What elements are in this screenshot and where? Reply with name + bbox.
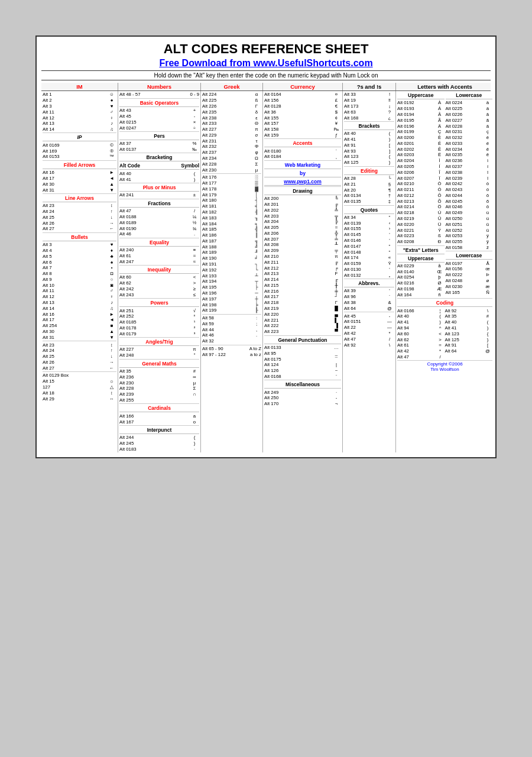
alt0234-row: Alt 0234ê — [446, 146, 493, 152]
alt12b-row: Alt 12♀ — [43, 294, 116, 300]
alt32-row: Alt 32 — [202, 338, 261, 344]
alt93-row: Alt 93] — [344, 148, 394, 154]
col-hdr-accents: Letters with Accents — [396, 83, 494, 90]
col-hdr-qs: ?s and !s — [343, 83, 396, 90]
alt16b-row: Alt 16► — [43, 311, 116, 317]
alt0254-row: Alt 0254þ — [397, 274, 445, 280]
alt0198-row: Alt 0198Æ — [397, 286, 445, 292]
alt0190-row: Alt 0190¾ — [119, 225, 199, 231]
alt0249-row: Alt 0249ù — [446, 210, 493, 216]
alt22-row: Alt 22— — [344, 325, 394, 331]
alt0196-row: Alt 0196Ä — [397, 123, 445, 129]
alt94-row: Alt 94^ — [397, 325, 445, 331]
main-title: ALT CODES REFERENCE SHEET — [41, 41, 491, 57]
alt211-row: Alt 211╔ — [264, 259, 341, 265]
alt46-row: Alt 46. — [119, 231, 199, 237]
alt236-row: Alt 236∞ — [119, 374, 199, 380]
alt214-row: Alt 214╓ — [264, 277, 341, 283]
alt45-row: Alt 45- — [119, 114, 199, 119]
alt0245-row: Alt 0245õ — [446, 198, 493, 204]
alt0169-row: Alt 0169© — [43, 142, 116, 148]
inequality-header: Inequality — [119, 266, 199, 274]
alt0213-row: Alt 0213Õ — [397, 198, 445, 204]
alt0166-row: Alt 0166¦ — [397, 308, 445, 313]
alt166-row: Alt 166a — [119, 413, 199, 419]
alt218-row: Alt 218Γ — [264, 300, 341, 306]
line-arrows-header: Line Arrows — [43, 195, 116, 202]
alt227-row: Alt 227π — [119, 347, 199, 352]
alt0250-row: Alt 0250ú — [446, 216, 493, 222]
alt0202-row: Alt 0202Ê — [397, 146, 445, 152]
alt0129-row: Alt 0129 Box — [43, 373, 116, 378]
col-hdr-numbers: Numbers — [118, 83, 201, 90]
alt9-row: Alt 9○ — [43, 277, 116, 283]
alt60c-row: Alt 60< — [397, 331, 445, 337]
alt231-row: Alt 231τ — [202, 138, 261, 144]
alt30b-row: Alt 30▲ — [43, 329, 116, 335]
alt0156-row: Alt 0156œ — [446, 266, 493, 272]
bullets-header: Bullets — [43, 234, 116, 241]
alt48-row: Alt 48 - 570 - 9 — [119, 92, 199, 98]
alt33-row: Alt 33! — [344, 92, 394, 98]
alt0227-row: Alt 0227ã — [446, 117, 493, 123]
alt64-row: Alt 64@ — [344, 305, 394, 311]
alt0211-row: Alt 0211Ó — [397, 187, 445, 193]
extra-uppercase-label: "Extra" Letters — [397, 247, 445, 254]
alt0193-row: Alt 0193Á — [397, 106, 445, 112]
alt0140-row: Alt 0140Œ — [397, 268, 445, 274]
reference-sheet: ALT CODES REFERENCE SHEET Free Download … — [35, 35, 497, 458]
alt27-row: Alt 27← — [43, 226, 116, 232]
alt0147-row: Alt 0147" — [344, 243, 394, 249]
alt255-row: Alt 255 — [119, 397, 199, 403]
extra-lowercase-col: Lowercase — [446, 252, 493, 260]
alt0179-row: Alt 0179³ — [119, 331, 199, 337]
alt25b-row: Alt 25↓ — [43, 354, 116, 360]
alt235-row: Alt 235δ — [202, 109, 261, 115]
alt195-row: Alt 195├ — [202, 284, 261, 290]
alt95-row: Alt 95_ — [264, 350, 341, 356]
alt0225-row: Alt 0225á — [446, 106, 493, 112]
alt124-row: Alt 124| — [264, 362, 341, 368]
alt202-row: Alt 202╩ — [264, 207, 341, 213]
alt0252-row: Alt 0252ü — [446, 227, 493, 233]
alt188-row: Alt 188╝ — [202, 244, 261, 250]
alt247-row: Alt 247≈ — [119, 258, 199, 264]
alt59-row: Alt 59; — [202, 321, 261, 326]
alt17-row: Alt 17◄ — [43, 176, 116, 182]
alt201-row: Alt 201╔ — [264, 202, 341, 208]
alt14-row: Alt 14♫ — [43, 127, 116, 132]
alt27b-row: Alt 27← — [43, 365, 116, 371]
alt6-row: Alt 6♠ — [43, 259, 116, 265]
alt199-row: Alt 199╟ — [202, 308, 261, 313]
alt248-row: Alt 248° — [119, 352, 199, 358]
alt0205-row: Alt 0205Í — [397, 164, 445, 170]
alt0226-row: Alt 0226â — [446, 112, 493, 118]
ip-header: IP — [43, 134, 116, 141]
alt0223-row: Alt 0223ß — [397, 233, 445, 239]
alt0168-row: Alt 0168¨ — [264, 373, 341, 379]
alt0184-row: Alt 0184¸ — [264, 154, 341, 160]
alt0180-row: Alt 0180´ — [264, 148, 341, 154]
genpunct-header: General Punctuation — [264, 337, 341, 344]
alt123c-row: Alt 123{ — [445, 331, 493, 337]
alt176-row: Alt 176░ — [202, 174, 261, 180]
alt244-row: Alt 244{ — [119, 435, 199, 441]
alt0253-row: Alt 0253ý — [446, 233, 493, 239]
alt0185-row: Alt 0185¹ — [119, 319, 199, 325]
alt233-row: Alt 233Θ — [202, 121, 261, 127]
alt242-row: Alt 242≥ — [119, 286, 199, 292]
alt0135-row: Alt 0135‡ — [344, 199, 394, 205]
pwp1-header: www.pwp1.com — [264, 178, 341, 186]
alt226-row: Alt 226Γ — [202, 103, 261, 109]
alt0139-row: Alt 0139‹ — [344, 220, 394, 226]
alt228b-row: Alt 228Σ — [202, 161, 261, 167]
basic-ops-header: Basic Operators — [119, 99, 199, 107]
alt206-row: Alt 206╬ — [264, 231, 341, 237]
alt0219-row: Alt 0219Û — [397, 216, 445, 222]
alt0178-row: Alt 0178² — [119, 325, 199, 331]
alt0236-row: Alt 0236ì — [446, 158, 493, 164]
alt14b-row: Alt 14♫ — [43, 305, 116, 311]
alt91c-row: Alt 91[ — [445, 342, 493, 348]
alt3b-row: Alt 3♥ — [43, 242, 116, 248]
alt26-row: Alt 26→ — [43, 220, 116, 226]
